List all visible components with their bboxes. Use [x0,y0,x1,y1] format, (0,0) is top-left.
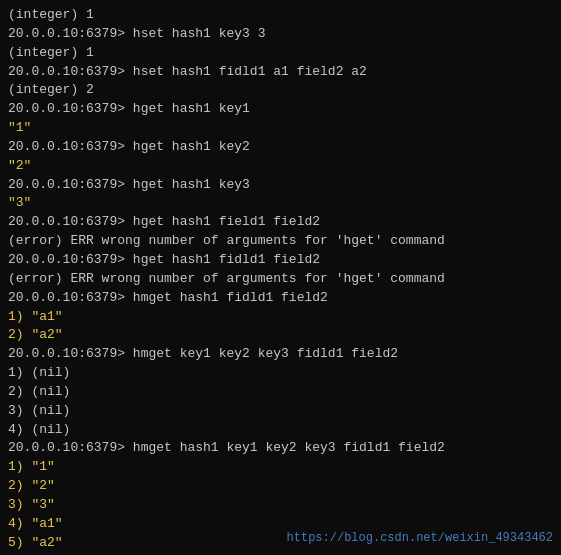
prompt-text: 20.0.0.10:6379> [8,101,133,116]
command-text: hget hash1 fidld1 field2 [133,252,320,267]
prompt-text: 20.0.0.10:6379> [8,64,133,79]
terminal-line: (integer) 1 [8,44,553,63]
terminal-line: 2) "2" [8,477,553,496]
command-text: hset hash1 key3 3 [133,26,266,41]
terminal-line: 20.0.0.10:6379> hget hash1 key2 [8,138,553,157]
prompt-text: 20.0.0.10:6379> [8,139,133,154]
terminal-line: "1" [8,119,553,138]
terminal-line: (error) ERR wrong number of arguments fo… [8,270,553,289]
terminal-line: (integer) 1 [8,6,553,25]
prompt-text: 20.0.0.10:6379> [8,440,133,455]
terminal-line: 2) (nil) [8,383,553,402]
command-text: hget hash1 key3 [133,177,250,192]
watermark: https://blog.csdn.net/weixin_49343462 [287,531,553,545]
terminal-line: 20.0.0.10:6379> hget hash1 key3 [8,176,553,195]
prompt-text: 20.0.0.10:6379> [8,177,133,192]
terminal-line: 1) (nil) [8,364,553,383]
command-text: hset hash1 fidld1 a1 field2 a2 [133,64,367,79]
terminal-line: 4) (nil) [8,421,553,440]
terminal-line: "2" [8,157,553,176]
command-text: hget hash1 key2 [133,139,250,154]
command-text: hget hash1 field1 field2 [133,214,320,229]
terminal-line: 2) "a2" [8,326,553,345]
terminal-line: 3) "3" [8,496,553,515]
terminal-line: (integer) 2 [8,81,553,100]
terminal-line: 20.0.0.10:6379> hget hash1 key1 [8,100,553,119]
terminal-line: 20.0.0.10:6379> hset hash1 fidld1 a1 fie… [8,63,553,82]
terminal-line: 20.0.0.10:6379> hset hash1 key3 3 [8,25,553,44]
prompt-text: 20.0.0.10:6379> [8,214,133,229]
prompt-text: 20.0.0.10:6379> [8,290,133,305]
terminal-line: "3" [8,194,553,213]
terminal-line: 20.0.0.10:6379> hget hash1 field1 field2 [8,213,553,232]
command-text: hmget key1 key2 key3 fidld1 field2 [133,346,398,361]
terminal-line: 3) (nil) [8,402,553,421]
terminal-line: (error) ERR wrong number of arguments fo… [8,232,553,251]
terminal-line: 1) "1" [8,458,553,477]
command-text: hget hash1 key1 [133,101,250,116]
command-text: hmget hash1 fidld1 field2 [133,290,328,305]
terminal: (integer) 120.0.0.10:6379> hset hash1 ke… [0,0,561,555]
terminal-line: 1) "a1" [8,308,553,327]
prompt-text: 20.0.0.10:6379> [8,252,133,267]
prompt-text: 20.0.0.10:6379> [8,346,133,361]
command-text: hmget hash1 key1 key2 key3 fidld1 field2 [133,440,445,455]
prompt-text: 20.0.0.10:6379> [8,26,133,41]
terminal-line: 20.0.0.10:6379> hmget hash1 key1 key2 ke… [8,439,553,458]
terminal-line: 20.0.0.10:6379> hmget key1 key2 key3 fid… [8,345,553,364]
terminal-line: 20.0.0.10:6379> hmget hash1 fidld1 field… [8,289,553,308]
terminal-line: 20.0.0.10:6379> hget hash1 fidld1 field2 [8,251,553,270]
